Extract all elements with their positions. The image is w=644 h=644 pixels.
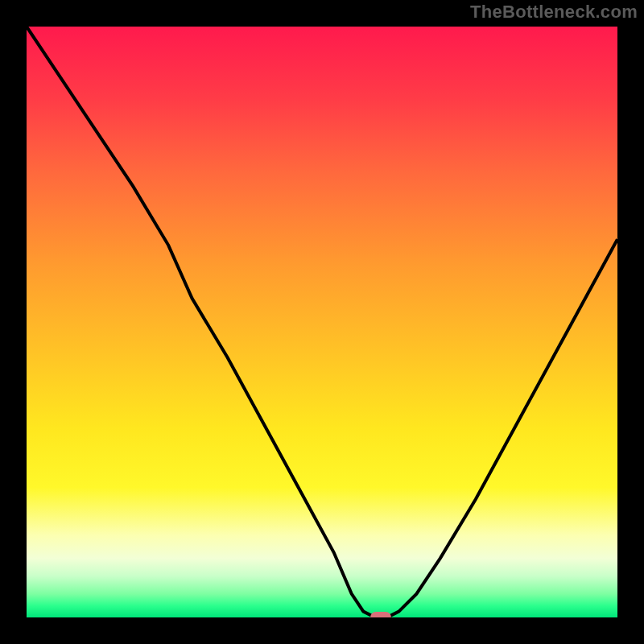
watermark-text: TheBottleneck.com <box>470 2 638 23</box>
plot-area <box>27 27 617 617</box>
chart-frame: TheBottleneck.com <box>0 0 644 644</box>
curve-path <box>27 27 617 617</box>
bottleneck-curve <box>27 27 617 617</box>
optimal-point-marker <box>370 612 391 617</box>
